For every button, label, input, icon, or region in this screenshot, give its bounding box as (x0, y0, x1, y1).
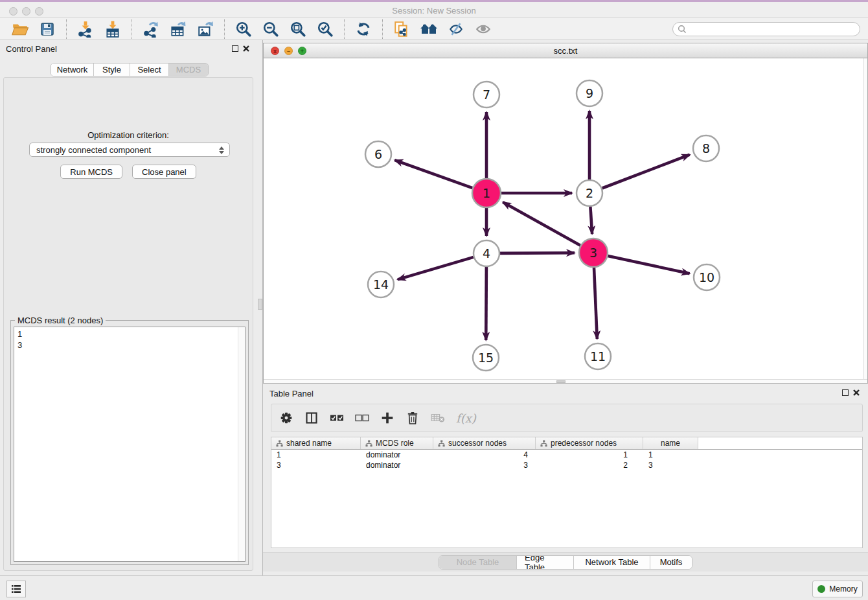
duplicate-network-icon[interactable] (393, 20, 411, 38)
close-panel-button[interactable]: Close panel (132, 165, 196, 179)
memory-label: Memory (829, 584, 857, 594)
list-icon (11, 584, 21, 594)
network-window: x – + scc.txt 7968124314101511 (263, 43, 868, 384)
network-horizontal-scrollbar[interactable] (264, 379, 867, 383)
search-input[interactable] (672, 22, 860, 36)
refresh-layout-icon[interactable] (354, 20, 372, 38)
table-cell[interactable]: 3 (643, 461, 698, 470)
table-cell[interactable]: dominator (361, 461, 433, 470)
save-session-icon[interactable] (38, 20, 56, 38)
node-1[interactable]: 1 (472, 179, 501, 207)
tab-style[interactable]: Style (94, 63, 130, 76)
tab-motifs[interactable]: Motifs (650, 556, 692, 569)
column-icon[interactable] (304, 411, 319, 425)
tab-mcds[interactable]: MCDS (169, 63, 208, 76)
zoom-fit-icon[interactable] (289, 20, 307, 38)
edge-1-6[interactable] (394, 160, 472, 188)
add-icon[interactable] (380, 411, 394, 425)
zoom-selected-icon[interactable] (316, 20, 334, 38)
table-cell[interactable]: 3 (271, 461, 361, 470)
table-panel: Table Panel f(x) shared name (263, 385, 868, 575)
table-cell[interactable]: 4 (433, 450, 536, 459)
show-graphics-icon[interactable] (474, 20, 492, 38)
node-9[interactable]: 9 (577, 80, 602, 106)
table-row[interactable]: 3dominator323 (271, 460, 862, 470)
hide-graphics-icon[interactable] (447, 20, 465, 38)
export-table-icon[interactable] (169, 20, 187, 38)
memory-status-icon (817, 585, 825, 593)
node-14[interactable]: 14 (368, 271, 394, 297)
edge-2-3[interactable] (590, 207, 592, 234)
svg-text:8: 8 (702, 141, 710, 156)
zoom-out-icon[interactable] (262, 20, 280, 38)
mcds-result-text[interactable]: 1 3 (14, 327, 246, 562)
node-10[interactable]: 10 (694, 264, 720, 290)
splitter-handle-icon[interactable] (258, 299, 262, 310)
column-label: name (661, 439, 680, 448)
node-7[interactable]: 7 (474, 82, 499, 108)
network-vertical-scrollbar[interactable] (863, 58, 867, 379)
open-session-icon[interactable] (11, 20, 29, 38)
criterion-value: strongly connected component (36, 145, 151, 155)
edge-3-1[interactable] (503, 202, 580, 246)
close-table-panel-icon[interactable] (852, 389, 860, 397)
zoom-in-icon[interactable] (234, 20, 253, 38)
scrollbar-thumb[interactable] (556, 380, 565, 383)
svg-text:14: 14 (373, 277, 389, 292)
table-row[interactable]: 1dominator411 (271, 450, 862, 460)
table-cell[interactable]: 1 (536, 450, 643, 459)
memory-button[interactable]: Memory (812, 581, 863, 597)
node-11[interactable]: 11 (585, 343, 611, 369)
table-cell[interactable]: 3 (433, 461, 536, 470)
run-mcds-button[interactable]: Run MCDS (60, 165, 122, 179)
edge-4-3[interactable] (500, 253, 575, 253)
table-cell[interactable]: 1 (271, 450, 361, 459)
edge-3-10[interactable] (608, 256, 690, 273)
tab-select[interactable]: Select (130, 63, 169, 76)
column-header-mcds-role[interactable]: MCDS role (361, 437, 433, 449)
column-header-successor-nodes[interactable]: successor nodes (433, 437, 536, 449)
tab-edge-table[interactable]: Edge Table (517, 556, 574, 569)
export-image-icon[interactable] (196, 20, 214, 38)
panel-splitter[interactable] (257, 40, 263, 575)
node-2[interactable]: 2 (577, 180, 602, 206)
import-network-icon[interactable] (76, 20, 95, 38)
tab-network[interactable]: Network (51, 63, 94, 76)
edge-2-8[interactable] (602, 155, 690, 189)
app-titlebar: Session: New Session (0, 0, 868, 18)
node-3[interactable]: 3 (579, 238, 608, 267)
float-panel-icon[interactable] (232, 45, 238, 52)
edge-4-15[interactable] (486, 267, 486, 340)
tab-node-table[interactable]: Node Table (439, 556, 517, 569)
main-toolbar (0, 18, 868, 40)
tab-network-table[interactable]: Network Table (574, 556, 650, 569)
svg-text:4: 4 (483, 246, 490, 260)
network-window-titlebar[interactable]: x – + scc.txt (264, 43, 867, 58)
float-table-panel-icon[interactable] (842, 389, 849, 396)
close-panel-icon[interactable] (242, 45, 250, 52)
result-scrollbar[interactable] (238, 327, 245, 561)
export-network-icon[interactable] (142, 20, 160, 38)
node-15[interactable]: 15 (473, 345, 499, 371)
node-6[interactable]: 6 (365, 141, 391, 167)
delete-icon[interactable] (405, 411, 420, 425)
table-cell[interactable]: 2 (536, 461, 643, 470)
table-cell[interactable]: 1 (643, 450, 698, 459)
gear-icon[interactable] (279, 411, 293, 425)
edge-3-11[interactable] (594, 268, 597, 339)
import-table-icon[interactable] (104, 20, 122, 38)
home-icon[interactable] (420, 20, 438, 38)
edge-4-14[interactable] (398, 257, 474, 280)
network-canvas[interactable]: 7968124314101511 (264, 58, 867, 379)
criterion-select[interactable]: strongly connected component (29, 143, 230, 157)
column-header-predecessor-nodes[interactable]: predecessor nodes (536, 437, 643, 449)
mcds-result-group: MCDS result (2 nodes) 1 3 (10, 320, 249, 565)
column-header-name[interactable]: name (643, 437, 698, 449)
column-header-shared-name[interactable]: shared name (271, 437, 361, 449)
show-panels-button[interactable] (6, 581, 26, 597)
node-8[interactable]: 8 (693, 135, 719, 161)
table-cell[interactable]: dominator (361, 450, 433, 459)
deselect-all-icon[interactable] (355, 411, 369, 425)
select-all-icon[interactable] (330, 411, 344, 425)
node-4[interactable]: 4 (474, 240, 499, 266)
